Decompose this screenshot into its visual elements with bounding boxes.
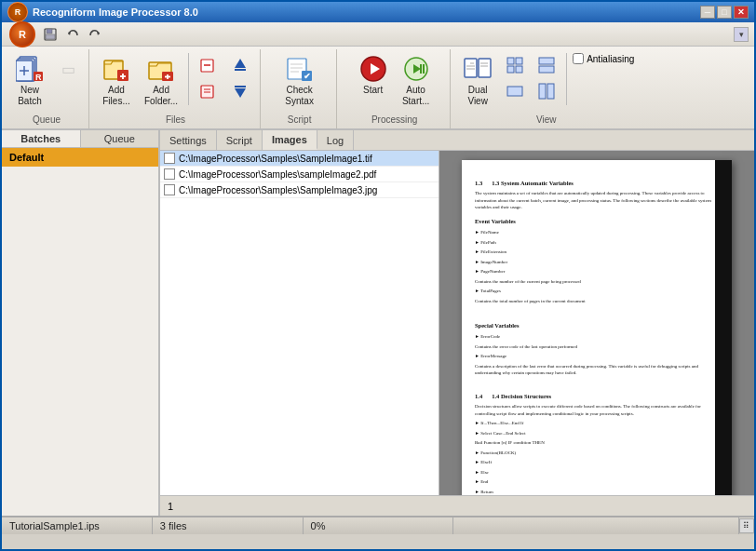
svg-rect-42 [479,59,491,77]
remove-file-button[interactable] [195,53,223,77]
antialiasing-label[interactable]: Antialiasing [573,53,634,64]
start-icon [358,54,388,84]
check-syntax-icon: ✔ [285,54,315,84]
doc-black-edge [715,160,732,495]
svg-text:R: R [35,73,42,82]
status-progress: 0% [304,517,454,534]
auto-start-icon [401,54,431,84]
auto-start-button[interactable]: AutoStart... [397,51,436,110]
file-checkbox-2[interactable] [164,184,175,195]
file-checkbox-0[interactable] [164,153,175,164]
file-checkbox-1[interactable] [164,168,175,180]
page-number: 1 [168,501,173,512]
files-small-buttons [195,51,223,120]
sort-down-button[interactable] [226,79,254,103]
view-sm-4-button[interactable] [533,79,560,103]
add-folder-label: AddFolder... [144,85,178,107]
app-title: Recogniform Image Processor 8.0 [33,7,198,18]
view-group-label: View [452,114,640,125]
svg-marker-27 [235,88,246,98]
quick-toolbar: R ▾ [2,22,754,47]
close-button[interactable]: ✕ [734,6,749,19]
view-sm-2-icon [505,81,525,101]
minimize-button[interactable]: ─ [700,6,715,19]
redo-quick-button[interactable] [86,25,104,44]
status-filename: TutorialSample1.ips [2,517,153,534]
save-quick-button[interactable] [41,25,60,44]
check-syntax-button[interactable]: ✔ CheckSyntax [280,51,319,110]
page-bar: 1 [160,495,754,516]
files-group-label: Files [91,114,260,125]
add-files-button[interactable]: AddFiles... [97,51,136,110]
file-item-0[interactable]: C:\ImageProcessor\Samples\SampleImage1.t… [160,151,439,167]
dual-view-button[interactable]: DualView [458,51,497,110]
ribbon-group-queue: R NewBatch ▭ Queue [5,49,89,128]
new-batch-icon: R [15,54,45,84]
dual-view-label: DualView [467,85,488,107]
doc-content: 1.3 1.3 System Automatic Variables The s… [462,160,732,495]
title-bar: R Recogniform Image Processor 8.0 ─ □ ✕ [2,2,754,22]
add-folder-button[interactable]: AddFolder... [140,51,182,110]
maximize-button[interactable]: □ [717,6,732,19]
content-area: Settings Script Images Log C:\ImageProce… [160,130,754,516]
svg-rect-50 [507,66,514,73]
view-sm-1-button[interactable] [501,53,529,77]
ribbon: R NewBatch ▭ Queue [2,47,754,130]
file-item-1[interactable]: C:\ImageProcessor\Samples\sampleImage2.p… [160,167,439,182]
main-area: Batches Queue Default Settings Script Im… [2,130,754,516]
file-list: C:\ImageProcessor\Samples\SampleImage1.t… [160,151,439,495]
sort-down-icon [230,81,250,101]
antialiasing-checkbox[interactable] [573,53,584,64]
add-files-label: AddFiles... [102,85,129,107]
view-sm-3-button[interactable] [533,53,560,77]
ribbon-group-script: ✔ CheckSyntax Script [263,49,337,128]
content-main: C:\ImageProcessor\Samples\SampleImage1.t… [160,151,754,495]
processing-group-label: Processing [339,114,450,125]
sort-up-button[interactable] [226,53,254,77]
svg-rect-1 [47,29,52,34]
svg-rect-41 [465,59,477,77]
preview-area: 1.3 1.3 System Automatic Variables The s… [439,151,754,495]
dual-view-icon [463,54,493,84]
files-sort-buttons [226,51,254,120]
svg-rect-54 [539,66,554,73]
view-sm-4-icon [536,81,557,101]
auto-start-label: AutoStart... [402,85,429,107]
remove-file-icon [198,55,219,75]
images-tab[interactable]: Images [263,130,317,150]
undo-quick-button[interactable] [63,25,82,44]
ribbon-divider-1 [188,53,189,105]
view-small-btns-1 [501,51,529,120]
svg-rect-53 [539,58,554,64]
start-button[interactable]: Start [354,51,393,99]
batches-tab[interactable]: Batches [2,130,81,147]
view-sm-2-button[interactable] [501,79,529,103]
svg-rect-2 [46,34,55,39]
left-panel-content: Default [2,148,158,516]
script-group-label: Script [263,114,336,125]
gray-icon: ▭ [58,54,78,84]
clear-files-button[interactable] [195,79,223,103]
add-folder-icon [146,54,176,84]
left-panel: Batches Queue Default [2,130,160,516]
check-syntax-label: CheckSyntax [285,85,314,107]
section-1-4-heading: 1.4 1.4 Decision Structures [475,392,719,401]
new-batch-label: NewBatch [18,85,42,107]
ribbon-group-files: AddFiles... AddFolder... [91,49,261,128]
svg-rect-51 [516,66,522,73]
default-batch-item[interactable]: Default [2,148,158,167]
app-icon: R [7,2,28,22]
status-resize-grip[interactable]: ⠿ [739,518,754,533]
svg-rect-49 [516,58,522,64]
doc-subsection-1: Event Variables [475,217,719,226]
svg-text:✔: ✔ [304,72,311,81]
log-tab[interactable]: Log [317,130,354,150]
file-item-2[interactable]: C:\ImageProcessor\Samples\SampleImage3.j… [160,182,439,198]
add-files-icon [101,54,131,84]
svg-rect-56 [547,84,554,99]
quick-toolbar-expand[interactable]: ▾ [734,27,749,42]
sort-up-icon [230,55,250,75]
new-batch-button[interactable]: R NewBatch [10,51,49,110]
view-sm-3-icon [536,55,557,75]
doc-preview: 1.3 1.3 System Automatic Variables The s… [462,160,732,495]
